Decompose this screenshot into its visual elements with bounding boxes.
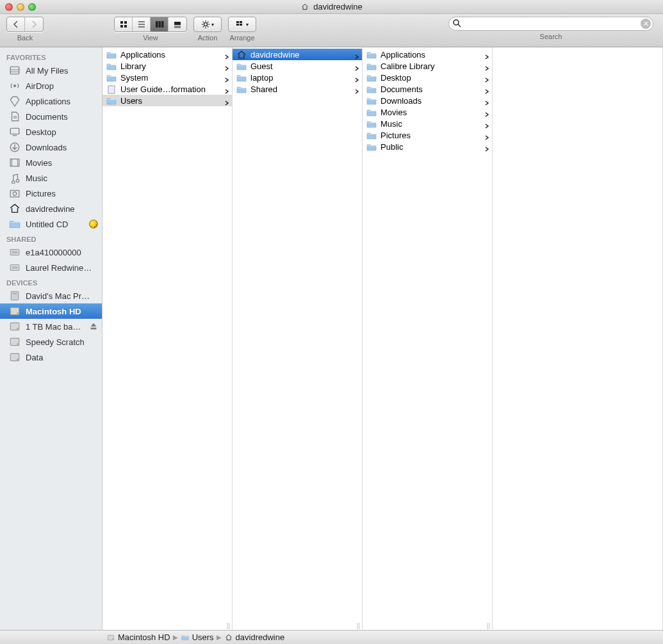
search-input[interactable] <box>448 17 653 31</box>
folder-icon <box>366 142 377 151</box>
window-zoom-button[interactable] <box>28 3 36 11</box>
sidebar-item[interactable]: Laurel Redwine… <box>0 260 102 275</box>
chevron-right-icon <box>354 75 359 80</box>
column-row[interactable]: Desktop <box>363 72 492 83</box>
view-icons-button[interactable] <box>115 17 133 31</box>
path-segment[interactable]: Macintosh HD <box>106 632 170 642</box>
view-columns-button[interactable] <box>151 17 168 31</box>
column-row[interactable]: Guest <box>233 60 362 72</box>
sidebar-section-favorites: FAVORITES <box>0 50 102 63</box>
column-resize-handle[interactable]: || <box>485 622 492 630</box>
chevron-right-icon <box>484 98 489 103</box>
column-row[interactable]: Public <box>363 141 492 152</box>
folder-icon <box>181 634 190 641</box>
arrange-button[interactable]: ▾ <box>228 17 256 32</box>
sidebar: FAVORITES All My FilesAirDropApplication… <box>0 47 102 630</box>
sidebar-item[interactable]: Untitled CD <box>0 216 102 232</box>
row-label: Music <box>381 119 480 129</box>
column-row[interactable]: System <box>102 72 232 83</box>
sidebar-item-label: All My Files <box>26 66 98 76</box>
column-row[interactable]: davidredwine <box>233 49 362 60</box>
applications-icon <box>9 95 20 107</box>
column-row[interactable]: Users <box>102 95 232 106</box>
column-resize-handle[interactable]: || <box>225 622 232 630</box>
sidebar-item[interactable]: Downloads <box>0 140 102 155</box>
sidebar-item[interactable]: Speedy Scratch <box>0 334 102 350</box>
row-label: System <box>120 73 220 83</box>
path-segment-label: Users <box>192 632 214 642</box>
sidebar-item-label: Macintosh HD <box>26 307 98 316</box>
sidebar-item[interactable]: Pictures <box>0 186 102 201</box>
column-row[interactable]: Calibre Library <box>363 60 492 72</box>
chevron-right-icon <box>484 75 489 80</box>
sidebar-item[interactable]: AirDrop <box>0 78 102 93</box>
column-row[interactable]: Pictures <box>363 129 492 141</box>
folder-icon <box>366 50 377 59</box>
network-machine-icon <box>9 262 20 273</box>
folder-icon <box>236 73 247 82</box>
view-segment <box>114 17 187 32</box>
sidebar-item[interactable]: Desktop <box>0 124 102 140</box>
sidebar-item[interactable]: David's Mac Pr… <box>0 288 102 303</box>
column-resize-handle[interactable]: || <box>355 622 362 630</box>
chevron-right-icon <box>484 109 489 115</box>
folder-icon <box>366 96 377 105</box>
sidebar-item-label: 1 TB Mac ba… <box>26 322 84 332</box>
external-disk-icon <box>9 321 20 332</box>
path-segment[interactable]: Users <box>181 632 214 642</box>
sidebar-item[interactable]: e1a410000000 <box>0 245 102 260</box>
chevron-right-icon <box>484 63 489 68</box>
sidebar-item[interactable]: Documents <box>0 109 102 124</box>
folder-icon <box>236 85 247 93</box>
airdrop-icon <box>9 80 20 92</box>
sidebar-item[interactable]: Movies <box>0 155 102 170</box>
sidebar-item-label: AirDrop <box>26 81 98 91</box>
sidebar-item-label: Music <box>26 173 98 183</box>
column-row[interactable]: User Guide…formation <box>102 83 232 95</box>
view-coverflow-button[interactable] <box>168 17 186 31</box>
downloads-icon <box>9 141 20 153</box>
sidebar-item[interactable]: 1 TB Mac ba… <box>0 319 102 334</box>
path-segment[interactable]: davidredwine <box>224 632 285 642</box>
chevron-right-icon <box>484 144 489 149</box>
column-3: ApplicationsCalibre LibraryDesktopDocume… <box>363 47 493 630</box>
column-row[interactable]: Movies <box>363 106 492 118</box>
column-row[interactable]: Shared <box>233 83 362 95</box>
nav-segment <box>6 17 44 32</box>
column-row[interactable]: Documents <box>363 83 492 95</box>
home-icon <box>224 634 233 641</box>
back-button[interactable] <box>7 17 25 31</box>
column-row[interactable]: Applications <box>102 49 232 60</box>
forward-button[interactable] <box>25 17 43 31</box>
folder-icon <box>366 73 377 82</box>
column-row[interactable]: Downloads <box>363 95 492 106</box>
view-label: View <box>143 34 158 42</box>
sidebar-item[interactable]: Macintosh HD <box>0 303 102 319</box>
burn-folder-icon <box>9 218 20 230</box>
folder-icon <box>106 96 117 105</box>
column-row[interactable]: Library <box>102 60 232 72</box>
sidebar-item[interactable]: Data <box>0 350 102 365</box>
home-icon <box>236 50 247 59</box>
sidebar-item-label: Speedy Scratch <box>26 337 98 347</box>
view-list-button[interactable] <box>133 17 151 31</box>
document-icon <box>106 85 117 93</box>
window-title: davidredwine <box>313 2 363 12</box>
column-row[interactable]: Applications <box>363 49 492 60</box>
row-label: Desktop <box>381 73 480 83</box>
eject-icon[interactable] <box>89 322 98 331</box>
sidebar-item[interactable]: Applications <box>0 93 102 109</box>
window-close-button[interactable] <box>5 3 13 11</box>
path-separator-icon: ▶ <box>173 634 178 641</box>
search-clear-button[interactable]: ✕ <box>641 19 651 29</box>
sidebar-item[interactable]: All My Files <box>0 63 102 78</box>
action-button[interactable]: ▾ <box>193 17 222 32</box>
column-row[interactable]: Music <box>363 118 492 129</box>
search-icon <box>452 19 461 29</box>
window-minimize-button[interactable] <box>17 3 24 11</box>
sidebar-item[interactable]: davidredwine <box>0 201 102 216</box>
column-row[interactable]: laptop <box>233 72 362 83</box>
sidebar-item[interactable]: Music <box>0 170 102 186</box>
path-segment-label: davidredwine <box>236 632 285 642</box>
row-label: davidredwine <box>250 50 350 60</box>
